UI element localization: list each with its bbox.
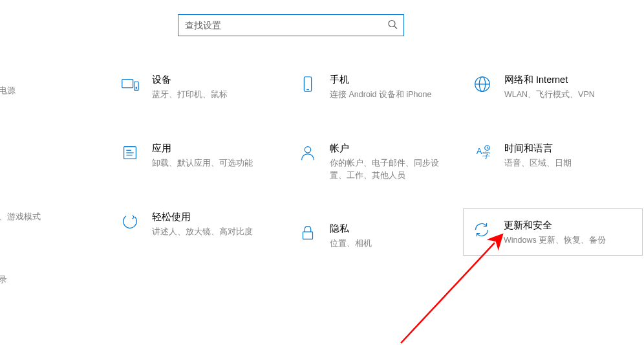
- svg-point-4: [136, 87, 137, 89]
- item-subtitle: Windows 更新、恢复、备份: [504, 234, 606, 247]
- phone-icon: [296, 72, 319, 96]
- apps-icon: [118, 141, 142, 164]
- settings-ease-of-access[interactable]: 轻松使用 讲述人、放大镜、高对比度: [118, 208, 283, 239]
- settings-col-2: 设备 蓝牙、打印机、鼠标 应用 卸载、默认应用、可选功能 轻松使用 讲述人、放大…: [118, 71, 283, 276]
- partial-gaming[interactable]: 、截屏、直播、游戏模式: [0, 197, 113, 223]
- settings-network[interactable]: 网络和 Internet WLAN、飞行模式、VPN: [471, 71, 636, 102]
- svg-point-9: [120, 212, 139, 230]
- accounts-icon: [296, 141, 319, 164]
- item-title: 设备: [152, 74, 228, 86]
- ease-of-access-icon: [118, 210, 142, 233]
- settings-col-4: 网络和 Internet WLAN、飞行模式、VPN A字 时间和语言 语音、区…: [471, 71, 636, 284]
- time-language-icon: A字: [471, 141, 494, 164]
- item-subtitle: 卸载、默认应用、可选功能: [152, 157, 253, 170]
- settings-time-language[interactable]: A字 时间和语言 语音、区域、日期: [471, 140, 636, 171]
- devices-icon: [118, 72, 142, 96]
- svg-point-12: [305, 146, 310, 152]
- settings-devices[interactable]: 设备 蓝牙、打印机、鼠标: [118, 71, 283, 102]
- settings-apps[interactable]: 应用 卸载、默认应用、可选功能: [118, 140, 283, 171]
- svg-line-21: [488, 148, 489, 148]
- svg-rect-2: [122, 80, 133, 88]
- privacy-icon: [296, 221, 319, 245]
- settings-accounts[interactable]: 帐户 你的帐户、电子邮件、同步设置、工作、其他人员: [296, 140, 461, 183]
- partial-sub: 声音、通知、电源: [0, 85, 113, 96]
- item-title: 隐私: [330, 223, 372, 235]
- item-title: 手机: [330, 74, 431, 86]
- settings-phone[interactable]: 手机 连接 Android 设备和 iPhone: [296, 71, 461, 102]
- item-subtitle: 连接 Android 设备和 iPhone: [330, 89, 431, 101]
- partial-search[interactable]: 权限、历史记录: [0, 260, 113, 285]
- partial-system[interactable]: 声音、通知、电源: [0, 71, 113, 96]
- network-icon: [471, 72, 494, 96]
- settings-privacy[interactable]: 隐私 位置、相机: [296, 220, 461, 251]
- item-subtitle: 讲述人、放大镜、高对比度: [152, 226, 253, 238]
- item-subtitle: WLAN、飞行模式、VPN: [504, 89, 595, 101]
- settings-update-security[interactable]: 更新和安全 Windows 更新、恢复、备份: [463, 208, 643, 256]
- item-title: 网络和 Internet: [504, 74, 595, 86]
- search-input[interactable]: [178, 14, 404, 36]
- item-subtitle: 蓝牙、打印机、鼠标: [152, 89, 228, 101]
- svg-text:字: 字: [482, 150, 490, 159]
- partial-col: 声音、通知、电源 化 锁屏、颜色 、截屏、直播、游戏模式 权限、历史记录: [0, 71, 113, 323]
- item-subtitle: 位置、相机: [330, 238, 372, 250]
- partial-personalization[interactable]: 化 锁屏、颜色: [0, 134, 113, 160]
- item-title: 应用: [152, 142, 253, 155]
- search-wrap: [178, 14, 404, 36]
- svg-rect-13: [303, 232, 313, 239]
- partial-sub: 、截屏、直播、游戏模式: [0, 212, 113, 223]
- svg-rect-3: [134, 82, 139, 90]
- item-title: 轻松使用: [152, 211, 253, 223]
- update-security-icon: [470, 218, 493, 241]
- svg-text:A: A: [477, 146, 482, 156]
- item-title: 时间和语言: [504, 142, 572, 155]
- item-subtitle: 语音、区域、日期: [504, 157, 572, 170]
- partial-sub: 锁屏、颜色: [0, 149, 113, 160]
- settings-col-3: 手机 连接 Android 设备和 iPhone 帐户 你的帐户、电子邮件、同步…: [296, 71, 461, 289]
- partial-sub: 权限、历史记录: [0, 274, 113, 285]
- item-subtitle: 你的帐户、电子邮件、同步设置、工作、其他人员: [330, 157, 446, 182]
- item-title: 帐户: [330, 142, 446, 155]
- partial-title: 化: [0, 134, 113, 146]
- item-title: 更新和安全: [504, 219, 606, 232]
